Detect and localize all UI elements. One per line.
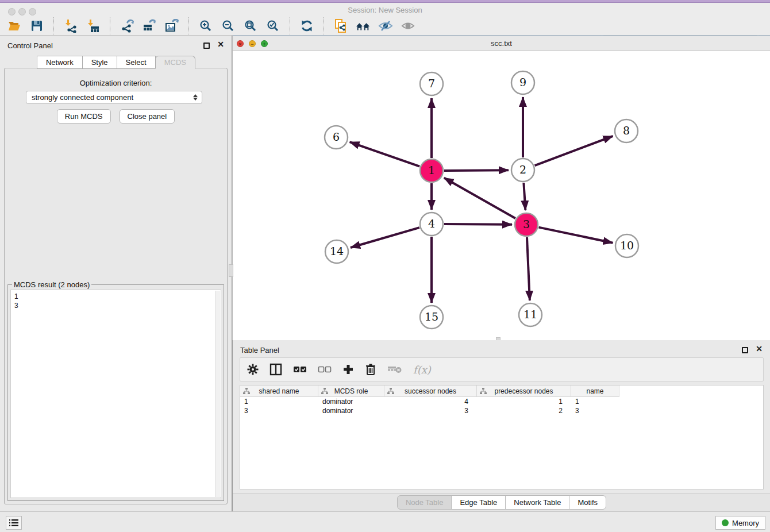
result-scrollbar[interactable] — [215, 291, 220, 497]
tab-style[interactable]: Style — [82, 56, 117, 69]
deselect-all-icon[interactable] — [318, 365, 332, 374]
node-3[interactable]: 3 — [515, 213, 538, 236]
column-type-icon — [321, 388, 328, 395]
column-header-mcds-role[interactable]: MCDS role — [318, 385, 384, 397]
node-1[interactable]: 1 — [420, 159, 443, 182]
clone-network-icon[interactable] — [333, 18, 348, 33]
network-window-titlebar[interactable]: × − + scc.txt — [233, 36, 770, 51]
table-row[interactable]: 3dominator323 — [240, 406, 763, 415]
table-cell[interactable]: 1 — [571, 397, 619, 406]
zoom-in-icon[interactable] — [198, 18, 213, 33]
save-session-icon[interactable] — [29, 18, 44, 33]
svg-text:11: 11 — [523, 308, 537, 321]
memory-button[interactable]: Memory — [715, 516, 765, 530]
svg-text:6: 6 — [333, 130, 340, 143]
tab-node-table[interactable]: Node Table — [397, 495, 452, 510]
table-cell[interactable]: 1 — [240, 397, 318, 406]
network-canvas[interactable]: 7968124314101511 — [233, 51, 770, 340]
edge-3-11[interactable] — [527, 237, 530, 300]
node-11[interactable]: 11 — [519, 303, 542, 326]
toolbar-separator — [290, 17, 290, 34]
run-mcds-button[interactable]: Run MCDS — [57, 109, 111, 124]
node-8[interactable]: 8 — [615, 119, 638, 142]
criterion-dropdown[interactable]: strongly connected component — [26, 91, 202, 104]
column-header-label: MCDS role — [334, 387, 368, 395]
edge-3-10[interactable] — [539, 228, 613, 243]
tab-network[interactable]: Network — [37, 56, 83, 69]
tab-select[interactable]: Select — [117, 56, 156, 69]
column-header-name[interactable]: name — [571, 385, 619, 397]
refresh-layout-icon[interactable] — [299, 18, 314, 33]
edge-1-6[interactable] — [350, 142, 420, 167]
zoom-out-icon[interactable] — [221, 18, 236, 33]
toolbar-separator — [188, 17, 189, 34]
columns-icon[interactable] — [270, 363, 282, 376]
zoom-selected-icon[interactable] — [265, 18, 280, 33]
column-header-label: predecessor nodes — [494, 387, 553, 395]
panel-splitter-handle[interactable] — [229, 264, 233, 277]
memory-status-icon — [722, 519, 729, 526]
zoom-fit-icon[interactable] — [243, 18, 258, 33]
node-7[interactable]: 7 — [420, 72, 443, 95]
edge-4-14[interactable] — [351, 228, 419, 248]
edge-3-1[interactable] — [444, 178, 515, 218]
control-panel-tabs: NetworkStyleSelectMCDS — [0, 56, 232, 69]
first-neighbors-icon[interactable] — [356, 18, 371, 33]
tab-edge-table[interactable]: Edge Table — [451, 495, 506, 510]
edge-2-8[interactable] — [535, 136, 613, 165]
column-header-predecessor-nodes[interactable]: predecessor nodes — [477, 385, 571, 397]
tab-network-table[interactable]: Network Table — [505, 495, 569, 510]
column-header-label: successor nodes — [405, 387, 456, 395]
table-cell[interactable]: 3 — [240, 406, 318, 415]
table-cell[interactable]: dominator — [318, 406, 384, 415]
column-header-successor-nodes[interactable]: successor nodes — [384, 385, 477, 397]
delete-row-icon[interactable] — [365, 363, 376, 376]
add-row-icon[interactable] — [342, 364, 354, 375]
svg-text:7: 7 — [428, 77, 435, 90]
table-cell[interactable]: dominator — [318, 397, 384, 406]
node-10[interactable]: 10 — [615, 234, 638, 257]
table-cell[interactable]: 3 — [384, 406, 477, 415]
close-table-panel-icon[interactable]: ✕ — [756, 344, 763, 353]
export-table-icon[interactable] — [142, 18, 157, 33]
export-image-icon[interactable] — [164, 18, 179, 33]
svg-text:1: 1 — [428, 164, 435, 176]
table-panel: Table Panel ✕ f(x) — [232, 340, 770, 511]
node-14[interactable]: 14 — [325, 240, 348, 263]
hide-selected-icon[interactable] — [378, 18, 393, 33]
float-panel-icon[interactable] — [203, 43, 210, 49]
mcds-result-title: MCDS result (2 nodes) — [12, 280, 91, 289]
criterion-label: Optimization criterion: — [5, 79, 227, 87]
node-9[interactable]: 9 — [511, 71, 534, 94]
network-view-window: × − + scc.txt 7968124314101511 — [232, 36, 770, 340]
show-all-icon[interactable] — [401, 18, 415, 33]
gear-icon[interactable] — [247, 364, 259, 375]
edge-1-2[interactable] — [444, 170, 509, 171]
table-cell[interactable]: 1 — [477, 397, 571, 406]
node-15[interactable]: 15 — [420, 306, 443, 329]
table-cell[interactable]: 3 — [571, 406, 619, 415]
node-4[interactable]: 4 — [420, 213, 443, 236]
tab-motifs[interactable]: Motifs — [569, 495, 606, 510]
close-panel-icon[interactable]: ✕ — [217, 40, 224, 49]
open-session-icon[interactable] — [7, 18, 22, 33]
table-cell[interactable]: 4 — [384, 397, 477, 406]
import-network-icon[interactable] — [63, 18, 78, 33]
table-row[interactable]: 1dominator411 — [240, 397, 763, 406]
table-cell[interactable]: 2 — [477, 406, 571, 415]
close-panel-button[interactable]: Close panel — [120, 109, 175, 124]
main-toolbar — [0, 16, 770, 36]
svg-text:10: 10 — [620, 239, 634, 252]
task-history-button[interactable] — [6, 516, 22, 530]
import-table-icon[interactable] — [86, 18, 101, 33]
table-toolbar: f(x) — [240, 357, 764, 381]
tab-mcds[interactable]: MCDS — [155, 56, 195, 69]
export-network-icon[interactable] — [120, 18, 134, 33]
column-header-shared-name[interactable]: shared name — [240, 385, 318, 397]
node-2[interactable]: 2 — [511, 159, 534, 182]
select-all-icon[interactable] — [293, 365, 307, 374]
node-6[interactable]: 6 — [325, 126, 348, 149]
edge-2-3[interactable] — [523, 183, 525, 210]
edge-4-3[interactable] — [444, 224, 512, 225]
float-table-panel-icon[interactable] — [742, 347, 748, 353]
